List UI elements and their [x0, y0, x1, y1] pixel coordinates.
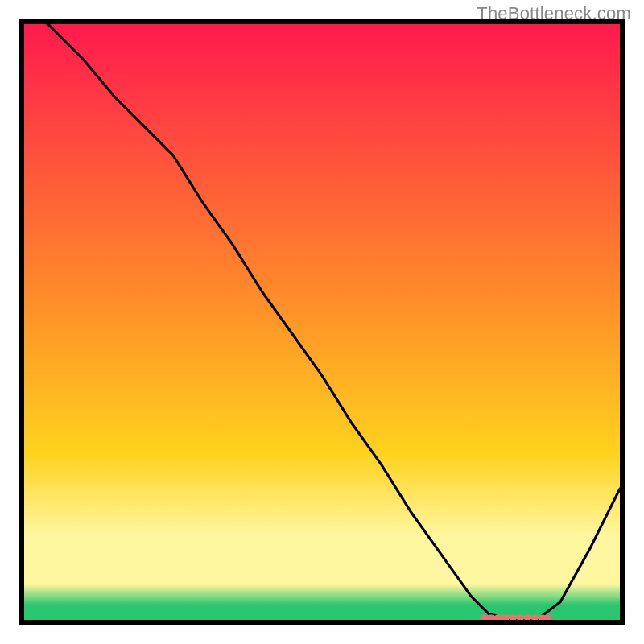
gradient-background — [24, 24, 620, 620]
watermark-text: TheBottleneck.com — [477, 3, 631, 24]
chart-container: TheBottleneck.com — [0, 0, 644, 644]
bottleneck-chart — [0, 0, 644, 644]
